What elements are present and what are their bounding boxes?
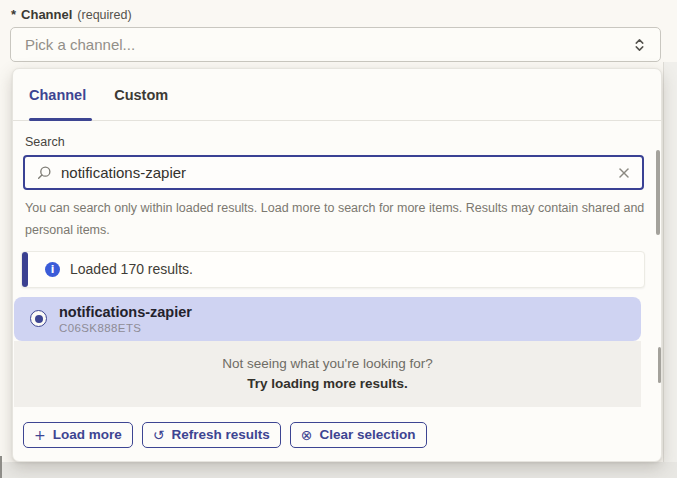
alert-text: Loaded 170 results. bbox=[70, 261, 193, 277]
channel-dropdown-panel: Channel Custom Search You can search onl… bbox=[12, 68, 662, 462]
clear-selection-button[interactable]: ⊗ Clear selection bbox=[290, 422, 427, 448]
result-title: notifications-zapier bbox=[59, 304, 192, 320]
search-help-text: You can search only within loaded result… bbox=[25, 198, 647, 242]
hint-question: Not seeing what you're looking for? bbox=[14, 356, 641, 371]
scrollbar-thumb[interactable] bbox=[658, 347, 661, 383]
radio-selected-icon[interactable] bbox=[30, 310, 47, 327]
tab-channel[interactable]: Channel bbox=[29, 69, 92, 120]
refresh-results-label: Refresh results bbox=[171, 427, 269, 442]
field-name: Channel bbox=[21, 7, 72, 22]
load-more-button[interactable]: + Load more bbox=[23, 422, 133, 448]
refresh-icon: ↺ bbox=[153, 428, 165, 442]
channel-select[interactable]: Pick a channel... bbox=[10, 27, 661, 62]
channel-select-placeholder: Pick a channel... bbox=[25, 36, 633, 53]
dropdown-actions: + Load more ↺ Refresh results ⊗ Clear se… bbox=[23, 422, 661, 448]
search-input[interactable] bbox=[61, 164, 608, 181]
refresh-results-button[interactable]: ↺ Refresh results bbox=[142, 422, 281, 448]
load-more-label: Load more bbox=[53, 427, 122, 442]
chevron-updown-icon bbox=[633, 37, 646, 53]
required-marker: * bbox=[11, 7, 16, 22]
clear-selection-label: Clear selection bbox=[320, 427, 416, 442]
alert-accent-bar bbox=[22, 252, 28, 287]
page-left-edge bbox=[0, 456, 2, 478]
search-box bbox=[23, 155, 644, 190]
result-id: C06SK888ETS bbox=[59, 322, 192, 334]
not-seeing-hint: Not seeing what you're looking for? Try … bbox=[14, 341, 641, 407]
circle-x-icon: ⊗ bbox=[301, 428, 313, 442]
result-texts: notifications-zapier C06SK888ETS bbox=[59, 304, 192, 334]
scrollbar-thumb[interactable] bbox=[656, 150, 660, 235]
page-edge-strip bbox=[663, 62, 677, 478]
channel-field-label: * Channel (required) bbox=[11, 7, 132, 22]
close-icon bbox=[617, 166, 631, 180]
info-icon: i bbox=[45, 262, 60, 277]
clear-search-button[interactable] bbox=[617, 166, 631, 180]
result-option-selected[interactable]: notifications-zapier C06SK888ETS bbox=[14, 297, 641, 341]
loaded-results-alert: i Loaded 170 results. bbox=[21, 251, 645, 288]
page-bottom-strip bbox=[0, 462, 677, 478]
plus-icon: + bbox=[34, 428, 46, 442]
required-note: (required) bbox=[77, 8, 131, 22]
hint-suggestion: Try loading more results. bbox=[14, 376, 641, 391]
dropdown-tabs: Channel Custom bbox=[13, 69, 661, 121]
channel-picker-screen: * Channel (required) Pick a channel... C… bbox=[0, 0, 677, 478]
search-icon bbox=[36, 165, 52, 181]
search-label: Search bbox=[25, 135, 651, 149]
tab-custom[interactable]: Custom bbox=[114, 69, 174, 120]
